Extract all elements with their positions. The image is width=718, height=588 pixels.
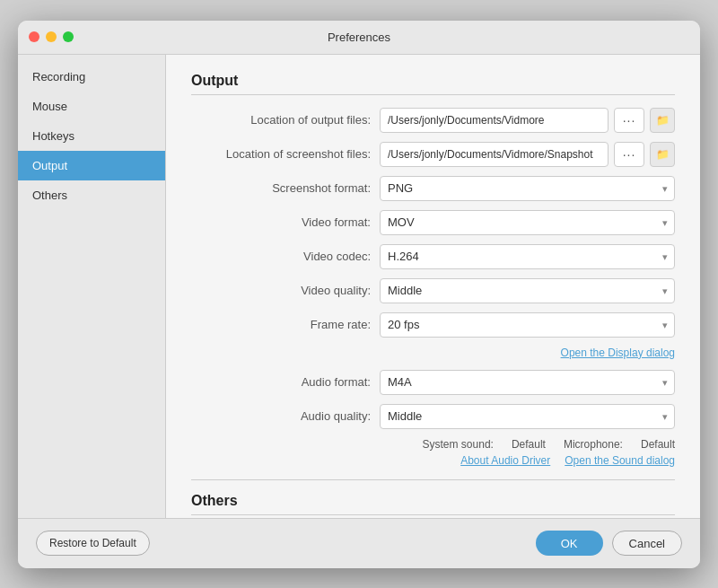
audio-quality-controls: High Middle Low ▾ [380, 404, 675, 429]
window-title: Preferences [328, 31, 390, 44]
audio-format-select[interactable]: M4A MP3 AAC WAV [380, 370, 675, 395]
microphone-value: Default [641, 438, 675, 451]
frame-rate-select[interactable]: 10 fps 15 fps 20 fps 24 fps 30 fps 60 fp… [380, 312, 675, 338]
video-quality-controls: High Middle Low ▾ [380, 278, 675, 303]
output-location-folder-button[interactable]: 📁 [650, 108, 675, 133]
bottom-right-buttons: OK Cancel [536, 531, 682, 556]
video-format-wrapper: MOV MP4 AVI MKV ▾ [380, 210, 675, 235]
video-quality-label: Video quality: [191, 284, 380, 297]
audio-info-row: System sound: Default Microphone: Defaul… [191, 438, 675, 451]
video-codec-wrapper: H.264 H.265 MPEG-4 ▾ [380, 244, 675, 269]
audio-quality-select[interactable]: High Middle Low [380, 404, 675, 429]
video-format-controls: MOV MP4 AVI MKV ▾ [380, 210, 675, 235]
video-codec-row: Video codec: H.264 H.265 MPEG-4 ▾ [191, 244, 675, 269]
video-format-row: Video format: MOV MP4 AVI MKV ▾ [191, 210, 675, 235]
restore-default-button[interactable]: Restore to Default [36, 531, 150, 556]
system-sound-value: Default [512, 438, 546, 451]
section-divider [191, 479, 675, 480]
about-audio-driver-link[interactable]: About Audio Driver [460, 454, 550, 467]
output-section-title: Output [191, 73, 675, 95]
audio-format-controls: M4A MP3 AAC WAV ▾ [380, 370, 675, 395]
video-quality-select[interactable]: High Middle Low [380, 278, 675, 303]
titlebar: Preferences [18, 21, 700, 55]
microphone-label: Microphone: [564, 438, 623, 451]
screenshot-location-label: Location of screenshot files: [191, 147, 380, 161]
main-content: Output Location of output files: ··· 📁 L… [166, 55, 700, 518]
video-format-select[interactable]: MOV MP4 AVI MKV [380, 210, 675, 235]
audio-quality-row: Audio quality: High Middle Low ▾ [191, 404, 675, 429]
sidebar-item-hotkeys[interactable]: Hotkeys [18, 121, 165, 151]
cancel-button[interactable]: Cancel [612, 531, 682, 556]
screenshot-location-row: Location of screenshot files: ··· 📁 [191, 142, 675, 167]
minimize-button[interactable] [46, 31, 57, 42]
sidebar-item-recording[interactable]: Recording [18, 62, 165, 92]
open-sound-dialog-link[interactable]: Open the Sound dialog [565, 454, 675, 467]
video-quality-row: Video quality: High Middle Low ▾ [191, 278, 675, 303]
frame-rate-controls: 10 fps 15 fps 20 fps 24 fps 30 fps 60 fp… [380, 312, 675, 338]
ok-button[interactable]: OK [536, 531, 603, 556]
sidebar-item-output[interactable]: Output [18, 151, 165, 180]
open-display-dialog-link[interactable]: Open the Display dialog [561, 347, 675, 359]
preferences-window: Preferences Recording Mouse Hotkeys Outp… [18, 21, 700, 568]
output-location-dots-button[interactable]: ··· [614, 108, 644, 133]
display-dialog-row: Open the Display dialog [191, 347, 675, 359]
screenshot-format-row: Screenshot format: PNG JPG BMP GIF ▾ [191, 176, 675, 201]
audio-format-row: Audio format: M4A MP3 AAC WAV ▾ [191, 370, 675, 395]
screenshot-format-wrapper: PNG JPG BMP GIF ▾ [380, 176, 675, 201]
video-quality-wrapper: High Middle Low ▾ [380, 278, 675, 303]
maximize-button[interactable] [63, 31, 74, 42]
folder-icon: 📁 [656, 114, 670, 127]
screenshot-format-select[interactable]: PNG JPG BMP GIF [380, 176, 675, 201]
audio-quality-wrapper: High Middle Low ▾ [380, 404, 675, 429]
audio-format-label: Audio format: [191, 375, 380, 389]
screenshot-location-folder-button[interactable]: 📁 [650, 142, 675, 167]
content-area: Recording Mouse Hotkeys Output Others Ou… [18, 55, 700, 518]
system-sound-label: System sound: [423, 438, 494, 451]
video-format-label: Video format: [191, 215, 380, 229]
folder-icon-2: 📁 [656, 148, 670, 161]
output-location-controls: ··· 📁 [380, 108, 675, 133]
close-button[interactable] [29, 31, 39, 42]
bottom-bar: Restore to Default OK Cancel [18, 518, 700, 568]
sidebar-item-mouse[interactable]: Mouse [18, 92, 165, 121]
screenshot-location-controls: ··· 📁 [380, 142, 675, 167]
window-controls [29, 31, 74, 42]
frame-rate-row: Frame rate: 10 fps 15 fps 20 fps 24 fps … [191, 312, 675, 338]
audio-format-wrapper: M4A MP3 AAC WAV ▾ [380, 370, 675, 395]
audio-links-row: About Audio Driver Open the Sound dialog [191, 454, 675, 467]
frame-rate-label: Frame rate: [191, 318, 380, 331]
screenshot-format-label: Screenshot format: [191, 181, 380, 195]
output-location-input[interactable] [380, 108, 609, 133]
video-codec-controls: H.264 H.265 MPEG-4 ▾ [380, 244, 675, 269]
screenshot-location-dots-button[interactable]: ··· [614, 142, 644, 167]
video-codec-label: Video codec: [191, 250, 380, 263]
sidebar: Recording Mouse Hotkeys Output Others [18, 55, 166, 518]
screenshot-location-input[interactable] [380, 142, 609, 167]
audio-quality-label: Audio quality: [191, 409, 380, 423]
output-location-label: Location of output files: [191, 113, 380, 127]
video-codec-select[interactable]: H.264 H.265 MPEG-4 [380, 244, 675, 269]
frame-rate-wrapper: 10 fps 15 fps 20 fps 24 fps 30 fps 60 fp… [380, 312, 675, 338]
screenshot-format-controls: PNG JPG BMP GIF ▾ [380, 176, 675, 201]
others-section-title: Others [191, 493, 675, 515]
output-location-row: Location of output files: ··· 📁 [191, 108, 675, 133]
sidebar-item-others[interactable]: Others [18, 180, 165, 210]
